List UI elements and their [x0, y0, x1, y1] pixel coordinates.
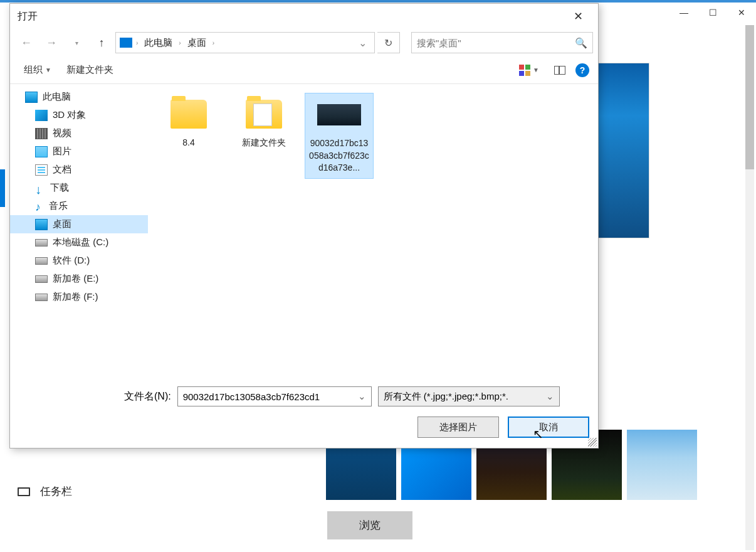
- chevron-down-icon: ⌄: [358, 391, 366, 402]
- tree-item[interactable]: 3D 对象: [10, 106, 148, 124]
- dialog-body: 此电脑3D 对象视频图片文档下载♪音乐桌面本地磁盘 (C:)软件 (D:)新加卷…: [10, 84, 598, 378]
- chevron-down-icon: ▼: [533, 66, 539, 73]
- pc-icon: [25, 92, 38, 103]
- open-button[interactable]: 选择图片: [417, 417, 499, 438]
- dialog-footer: 文件名(N): 90032d17bc13058a3cb7f623cd1 ⌄ 所有…: [10, 378, 598, 448]
- newfolder-label: 新建文件夹: [66, 64, 113, 76]
- disk-icon: [35, 294, 48, 301]
- chevron-down-icon: ⌄: [546, 391, 554, 402]
- folder-icon: [246, 100, 282, 129]
- chevron-right-icon: ›: [177, 40, 182, 46]
- bg-thumb[interactable]: [627, 430, 697, 500]
- tree-item[interactable]: 新加卷 (E:): [10, 270, 148, 288]
- tree-item[interactable]: 此电脑: [10, 88, 148, 106]
- help-button[interactable]: ?: [575, 63, 589, 77]
- video-icon: [35, 128, 48, 139]
- folder-icon: [171, 100, 207, 129]
- disk-icon: [35, 275, 48, 283]
- tree-item[interactable]: 新加卷 (F:): [10, 288, 148, 306]
- tree-item-label: 桌面: [53, 218, 71, 230]
- file-label: 90032d17bc13058a3cb7f623cd16a73e...: [308, 137, 370, 174]
- filename-combobox[interactable]: 90032d17bc13058a3cb7f623cd1 ⌄: [177, 386, 372, 406]
- tree-item-label: 图片: [53, 146, 71, 157]
- dialog-toolbar: 组织 ▼ 新建文件夹 ▼ ?: [10, 56, 598, 84]
- dialog-title: 打开: [18, 10, 565, 23]
- file-list[interactable]: 8.4新建文件夹90032d17bc13058a3cb7f623cd16a73e…: [148, 84, 598, 378]
- sidebar-item-label: 任务栏: [40, 484, 72, 499]
- file-item[interactable]: 8.4: [154, 93, 223, 153]
- tree-item[interactable]: 桌面: [10, 215, 148, 233]
- accent-strip: [0, 0, 756, 3]
- tree-item-label: 软件 (D:): [53, 255, 90, 267]
- bg-maximize-button[interactable]: ☐: [698, 0, 727, 25]
- tree-item-label: 此电脑: [43, 91, 71, 103]
- preview-pane-button[interactable]: [549, 63, 570, 77]
- taskbar-icon: [18, 487, 30, 496]
- resize-grip[interactable]: [588, 438, 597, 447]
- bg-scrollbar[interactable]: [745, 25, 754, 550]
- dialog-close-button[interactable]: ✕: [565, 7, 591, 26]
- search-input[interactable]: [417, 38, 575, 48]
- desk-icon: [35, 219, 48, 230]
- file-label: 新建文件夹: [242, 137, 286, 149]
- cancel-button[interactable]: 取消: [508, 417, 589, 438]
- tree-item[interactable]: 下载: [10, 179, 148, 197]
- tree-item[interactable]: ♪音乐: [10, 197, 148, 215]
- tree-item-label: 3D 对象: [53, 109, 86, 121]
- browse-button[interactable]: 浏览: [327, 511, 412, 539]
- grid-icon: [519, 65, 530, 76]
- file-item[interactable]: 90032d17bc13058a3cb7f623cd16a73e...: [305, 93, 374, 179]
- tree-item-label: 新加卷 (E:): [53, 273, 98, 285]
- tree-item[interactable]: 软件 (D:): [10, 252, 148, 270]
- file-item[interactable]: 新建文件夹: [229, 93, 298, 153]
- disk-icon: [35, 257, 48, 265]
- tree-item-label: 文档: [53, 164, 71, 176]
- sidebar-item-taskbar[interactable]: 任务栏: [0, 477, 201, 506]
- tree-item-label: 音乐: [49, 200, 68, 212]
- address-bar[interactable]: › 此电脑 › 桌面 › ⌄: [115, 32, 375, 53]
- breadcrumb[interactable]: 桌面: [185, 37, 209, 49]
- refresh-button[interactable]: ↻: [377, 32, 400, 53]
- filename-label: 文件名(N):: [124, 390, 171, 403]
- search-icon: 🔍: [575, 37, 587, 49]
- search-box[interactable]: 🔍: [411, 32, 593, 53]
- chevron-down-icon: ▼: [45, 66, 51, 73]
- tree-item[interactable]: 视频: [10, 124, 148, 142]
- pane-icon: [554, 66, 565, 75]
- pic-icon: [35, 146, 48, 157]
- filetype-combobox[interactable]: 所有文件 (*.jpg;*.jpeg;*.bmp;*. ⌄: [378, 386, 560, 406]
- nav-forward-button[interactable]: →: [40, 33, 63, 53]
- dialog-nav: ← → ▾ ↑ › 此电脑 › 桌面 › ⌄ ↻ 🔍: [10, 29, 598, 56]
- bg-accent: [0, 169, 5, 207]
- file-label: 8.4: [182, 137, 194, 149]
- tree-item-label: 视频: [53, 127, 71, 139]
- disk-icon: [35, 239, 48, 247]
- tree-item-label: 下载: [50, 182, 69, 194]
- dialog-titlebar: 打开 ✕: [10, 4, 598, 29]
- tree-item[interactable]: 本地磁盘 (C:): [10, 233, 148, 252]
- tree-item[interactable]: 图片: [10, 142, 148, 161]
- address-dropdown-button[interactable]: ⌄: [355, 37, 370, 49]
- breadcrumb[interactable]: 此电脑: [142, 37, 175, 49]
- nav-recent-button[interactable]: ▾: [65, 33, 88, 53]
- nav-back-button[interactable]: ←: [15, 33, 38, 53]
- nav-tree[interactable]: 此电脑3D 对象视频图片文档下载♪音乐桌面本地磁盘 (C:)软件 (D:)新加卷…: [10, 84, 148, 378]
- pc-icon: [120, 38, 132, 48]
- view-button[interactable]: ▼: [514, 62, 544, 78]
- doc-icon: [35, 164, 48, 176]
- tree-item-label: 本地磁盘 (C:): [53, 236, 108, 248]
- new-folder-button[interactable]: 新建文件夹: [61, 61, 118, 78]
- tree-item[interactable]: 文档: [10, 161, 148, 179]
- chevron-right-icon: ›: [135, 40, 139, 46]
- bg-minimize-button[interactable]: —: [669, 0, 698, 25]
- filename-value: 90032d17bc13058a3cb7f623cd1: [183, 391, 358, 402]
- organize-button[interactable]: 组织 ▼: [19, 61, 56, 78]
- bg-close-button[interactable]: ✕: [727, 0, 756, 25]
- tree-item-label: 新加卷 (F:): [53, 291, 98, 303]
- music-icon: ♪: [35, 201, 44, 212]
- nav-up-button[interactable]: ↑: [90, 33, 113, 53]
- image-thumb-icon: [317, 104, 361, 125]
- filetype-value: 所有文件 (*.jpg;*.jpeg;*.bmp;*.: [384, 391, 546, 403]
- organize-label: 组织: [24, 64, 43, 76]
- 3d-icon: [35, 110, 48, 121]
